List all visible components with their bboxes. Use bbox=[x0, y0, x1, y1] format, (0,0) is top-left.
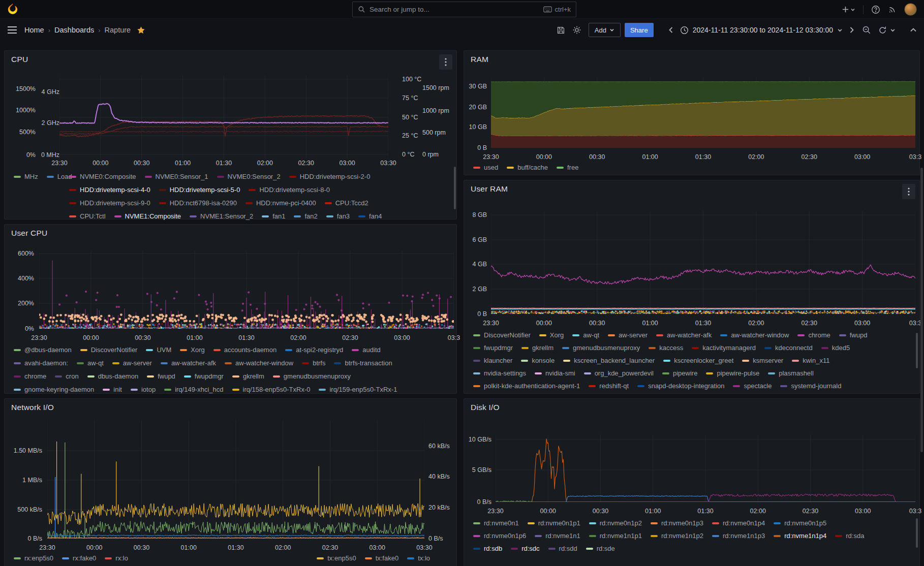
legend-item[interactable]: cron bbox=[55, 372, 78, 380]
legend-item[interactable]: kscreen_backend_launcher bbox=[563, 357, 655, 364]
legend-scrollbar[interactable] bbox=[916, 518, 918, 548]
legend-item[interactable]: aw-watcher-afk bbox=[161, 359, 216, 367]
legend-item[interactable]: Xorg bbox=[180, 346, 204, 354]
legend-item[interactable]: rd:sde bbox=[586, 545, 615, 552]
legend-item[interactable]: pipewire bbox=[662, 369, 697, 377]
legend-item[interactable]: konsole bbox=[521, 357, 555, 364]
refresh-interval-dropdown[interactable] bbox=[890, 27, 896, 33]
legend-item[interactable]: iotop bbox=[131, 386, 156, 393]
legend-item[interactable]: fan2 bbox=[294, 212, 317, 220]
legend-item[interactable]: pipewire-pulse bbox=[706, 369, 759, 377]
panel-menu-button[interactable] bbox=[902, 184, 915, 199]
legend-item[interactable]: kactivitymanagerd bbox=[692, 344, 756, 352]
save-dashboard-button[interactable] bbox=[557, 26, 565, 35]
legend-item[interactable]: kaccess bbox=[649, 344, 683, 352]
legend-item[interactable]: used bbox=[473, 164, 498, 171]
legend-item[interactable]: btrfs-transaction bbox=[334, 359, 392, 367]
disk-io-chart[interactable] bbox=[496, 434, 915, 502]
legend-item[interactable]: rx:enp5s0 bbox=[14, 554, 53, 562]
legend-item[interactable]: gkrellm bbox=[232, 372, 264, 380]
legend-item[interactable]: tx:enp5s0 bbox=[317, 554, 356, 562]
legend-item[interactable]: Xorg bbox=[539, 331, 564, 339]
legend-scrollbar[interactable] bbox=[916, 333, 918, 368]
legend-item[interactable]: rd:nvme1n1p2 bbox=[651, 532, 703, 540]
legend-item[interactable]: snapd-desktop-integration bbox=[637, 382, 724, 390]
mega-menu-toggle[interactable] bbox=[7, 26, 17, 34]
legend-item[interactable]: at-spi2-registryd bbox=[285, 346, 343, 354]
legend-item[interactable]: UVM bbox=[146, 346, 171, 354]
legend-item[interactable]: rd:sdb bbox=[473, 545, 502, 552]
legend-item[interactable]: rd:nvme0n1p3 bbox=[651, 519, 703, 527]
legend-item[interactable]: rd:nvme0n1p2 bbox=[589, 519, 642, 527]
legend-item[interactable]: @dbus-daemon bbox=[14, 346, 72, 354]
legend-item[interactable]: fwupd bbox=[839, 331, 868, 339]
legend-item[interactable]: fwupdmgr bbox=[473, 344, 513, 352]
legend-item[interactable]: rd:nvme1n1p4 bbox=[774, 532, 826, 540]
legend-item[interactable]: systemd-journald bbox=[780, 382, 841, 390]
legend-item[interactable]: rd:nvme0n1p5 bbox=[774, 519, 826, 527]
add-button[interactable]: Add bbox=[589, 23, 621, 37]
legend-item[interactable]: plasmashell bbox=[768, 369, 814, 377]
legend-item[interactable]: DiscoverNotifier bbox=[80, 346, 138, 354]
user-avatar[interactable] bbox=[904, 3, 917, 16]
panel-title[interactable]: RAM bbox=[471, 55, 488, 64]
legend-item[interactable]: aw-watcher-afk bbox=[656, 331, 712, 339]
legend-item[interactable]: aw-qt bbox=[572, 331, 599, 339]
legend-item[interactable]: aw-server bbox=[608, 331, 648, 339]
legend-item[interactable]: rd:nvme0n1p1 bbox=[528, 519, 580, 527]
legend-item[interactable]: nvidia-settings bbox=[473, 369, 526, 377]
legend-item[interactable]: dbus-daemon bbox=[87, 372, 139, 380]
legend-item[interactable]: chrome bbox=[797, 331, 830, 339]
legend-item[interactable]: klauncher bbox=[473, 357, 512, 364]
legend-item[interactable]: HDD:drivetemp-scsi-8-0 bbox=[249, 186, 330, 194]
new-menu-button[interactable] bbox=[842, 6, 855, 13]
legend-item[interactable]: MHz bbox=[14, 173, 38, 180]
legend-item[interactable]: NVME1:Composite bbox=[114, 212, 181, 220]
legend-item[interactable]: aw-server bbox=[112, 359, 152, 367]
legend-item[interactable]: rd:nvme0n1 bbox=[473, 519, 519, 527]
legend-item[interactable]: rd:nvme0n1p4 bbox=[712, 519, 765, 527]
legend-item[interactable]: tx:fake0 bbox=[365, 554, 399, 562]
legend-item[interactable]: auditd bbox=[352, 346, 380, 354]
refresh-button[interactable] bbox=[878, 26, 887, 35]
ram-chart[interactable] bbox=[491, 77, 915, 148]
share-button[interactable]: Share bbox=[625, 23, 654, 37]
legend-item[interactable]: gkrellm bbox=[521, 344, 553, 352]
legend-item[interactable]: kdeconnectd bbox=[764, 344, 813, 352]
legend-item[interactable]: fan3 bbox=[326, 212, 350, 220]
search-input[interactable]: Search or jump to... ctrl+k bbox=[352, 2, 576, 17]
legend-item[interactable]: HDD:nvme-pci-0400 bbox=[245, 199, 316, 207]
legend-item[interactable]: kscreenlocker_greet bbox=[663, 357, 733, 364]
panel-title[interactable]: Network I/O bbox=[11, 403, 54, 412]
legend-item[interactable]: HDD:drivetemp-scsi-4-0 bbox=[69, 186, 150, 194]
time-range-forward-button[interactable] bbox=[849, 26, 855, 34]
legend-item[interactable]: redshift-qt bbox=[589, 382, 629, 390]
legend-item[interactable]: aw-watcher-window bbox=[225, 359, 293, 367]
legend-item[interactable]: NVME1:Sensor_2 bbox=[190, 212, 253, 220]
panel-title[interactable]: User RAM bbox=[471, 184, 508, 194]
panel-title[interactable]: Disk I/O bbox=[471, 403, 500, 412]
legend-item[interactable]: NVME0:Sensor_1 bbox=[145, 173, 208, 180]
time-range-back-button[interactable] bbox=[668, 26, 674, 34]
legend-item[interactable]: rx:fake0 bbox=[62, 554, 96, 562]
breadcrumb-dashboards[interactable]: Dashboards bbox=[54, 26, 94, 34]
user-ram-chart[interactable] bbox=[491, 211, 915, 314]
legend-item[interactable]: HDD:nct6798-isa-0290 bbox=[159, 199, 237, 207]
legend-item[interactable]: rd:sda bbox=[835, 532, 864, 540]
legend-item[interactable]: HDD:drivetemp-scsi-9-0 bbox=[69, 199, 150, 207]
legend-item[interactable]: aw-qt bbox=[77, 359, 104, 367]
legend-item[interactable]: chrome bbox=[14, 372, 46, 380]
legend-item[interactable]: Load bbox=[47, 173, 72, 180]
legend-item[interactable]: NVME0:Sensor_2 bbox=[217, 173, 281, 180]
panel-title[interactable]: CPU bbox=[11, 55, 28, 64]
legend-scrollbar[interactable] bbox=[454, 167, 456, 209]
legend-item[interactable]: aw-watcher-window bbox=[720, 331, 789, 339]
user-cpu-chart[interactable] bbox=[39, 251, 454, 329]
legend-item[interactable]: NVME0:Composite bbox=[69, 173, 136, 180]
panel-title[interactable]: User CPU bbox=[11, 229, 47, 238]
legend-item[interactable]: DiscoverNotifier bbox=[473, 331, 531, 339]
legend-item[interactable]: fwupd bbox=[147, 372, 175, 380]
legend-item[interactable]: nvidia-smi bbox=[535, 369, 575, 377]
legend-item[interactable]: rd:sdd bbox=[548, 545, 577, 552]
legend-item[interactable]: ksmserver bbox=[742, 357, 783, 364]
